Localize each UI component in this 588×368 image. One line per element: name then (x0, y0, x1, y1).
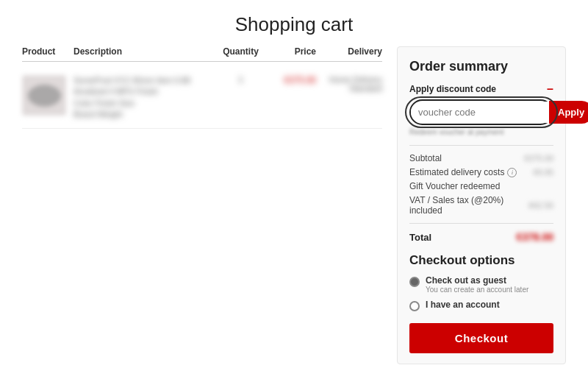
item-description: SomeProd XYZ 45mm Item 0.88 Anodized 4 M… (74, 75, 213, 121)
discount-toggle[interactable]: – (547, 83, 553, 95)
item-price: €375.00 (268, 75, 316, 85)
item-quantity: 1 (213, 75, 268, 84)
header-product: Product (22, 46, 74, 57)
total-value: €378.00 (516, 231, 553, 243)
info-icon: i (507, 168, 517, 177)
product-thumbnail (22, 75, 66, 116)
voucher-row: Apply (409, 99, 553, 125)
order-summary-title: Order summary (409, 59, 553, 74)
summary-row-subtotal: Subtotal €375.00 (409, 153, 553, 163)
summary-divider (409, 145, 553, 146)
summary-row-delivery: Estimated delivery costs i €9.95 (409, 167, 553, 177)
radio-guest[interactable] (409, 277, 420, 287)
total-divider (409, 223, 553, 224)
cart-table-header: Product Description Quantity Price Deliv… (22, 46, 382, 62)
header-price: Price (268, 46, 316, 57)
cart-item: SomeProd XYZ 45mm Item 0.88 Anodized 4 M… (22, 68, 382, 129)
total-label: Total (409, 232, 431, 243)
discount-section: Apply discount code – Apply Redeem vouch… (409, 83, 553, 136)
summary-row-vat: VAT / Sales tax (@20%) included €62.50 (409, 195, 553, 216)
header-delivery: Delivery (316, 46, 382, 57)
header-quantity: Quantity (213, 46, 268, 57)
checkout-option-account[interactable]: I have an account (409, 300, 553, 311)
total-row: Total €378.00 (409, 231, 553, 243)
radio-account[interactable] (409, 301, 420, 311)
guest-label: Check out as guest (426, 275, 528, 286)
page-title: Shopping cart (0, 0, 588, 46)
checkout-options-title: Checkout options (409, 253, 553, 268)
cart-section: Product Description Quantity Price Deliv… (22, 46, 382, 364)
checkout-options: Checkout options Check out as guest You … (409, 253, 553, 353)
header-description: Description (74, 46, 213, 57)
summary-row-voucher: Gift Voucher redeemed (409, 181, 553, 191)
checkout-button[interactable]: Checkout (409, 323, 553, 353)
account-label: I have an account (426, 300, 500, 310)
summary-rows: Subtotal €375.00 Estimated delivery cost… (409, 153, 553, 216)
order-summary-panel: Order summary Apply discount code – Appl… (397, 46, 566, 364)
apply-button[interactable]: Apply (549, 101, 588, 124)
voucher-input[interactable] (411, 102, 549, 123)
redeem-note: Redeem voucher at payment (409, 128, 553, 136)
item-delivery: Home Delivery Standard (316, 75, 382, 93)
discount-label: Apply discount code (409, 84, 496, 94)
checkout-option-guest[interactable]: Check out as guest You can create an acc… (409, 275, 553, 294)
guest-sub: You can create an account later (426, 286, 528, 294)
